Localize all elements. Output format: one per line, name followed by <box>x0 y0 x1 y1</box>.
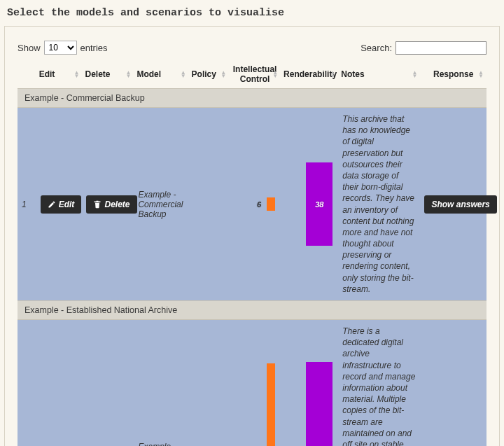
cell-response: Show answers <box>420 108 486 301</box>
delete-label: Delete <box>104 200 130 209</box>
table-row: 2EditDeleteExample - Established Nationa… <box>18 320 486 447</box>
cell-notes: There is a dedicated digital archive inf… <box>338 320 420 447</box>
cell-intellectual-control: 6 <box>229 108 281 301</box>
cell-model: Example - Commercial Backup <box>134 108 188 301</box>
intellectual-control-bar <box>267 197 275 211</box>
col-response[interactable]: Response▲▼ <box>420 60 486 89</box>
col-rend-label: Renderability <box>284 69 337 79</box>
col-policy-label: Policy <box>192 69 216 79</box>
cell-response: Show answers <box>420 320 486 447</box>
group-title: Example - Commercial Backup <box>18 89 486 108</box>
row-index: 2 <box>18 320 36 447</box>
delete-button[interactable]: Delete <box>86 195 136 214</box>
table-row: 1EditDeleteExample - Commercial Backup63… <box>18 108 486 301</box>
cell-model: Example - Established National Archive <box>134 320 188 447</box>
col-model-label: Model <box>136 69 161 79</box>
header-row: Edit▲▼ Delete▲▼ Model▲▼ Policy▲▼ Intelle… <box>18 60 486 89</box>
renderability-bar: 61 <box>306 362 332 446</box>
results-table: Edit▲▼ Delete▲▼ Model▲▼ Policy▲▼ Intelle… <box>18 60 486 446</box>
sort-icon: ▲▼ <box>478 71 484 78</box>
group-header: Example - Established National Archive <box>18 301 486 320</box>
intellectual-control-bar <box>267 363 275 446</box>
col-notes-label: Notes <box>341 69 364 79</box>
sort-icon: ▲▼ <box>181 71 186 78</box>
edit-button[interactable]: Edit <box>41 195 82 214</box>
search-label: Search: <box>360 43 392 53</box>
cell-edit: Edit <box>36 320 83 447</box>
cell-intellectual-control: 60 <box>229 320 281 447</box>
cell-policy <box>189 108 230 301</box>
intellectual-control-value: 6 <box>257 200 261 209</box>
col-response-label: Response <box>433 69 473 79</box>
entries-label: entries <box>80 43 108 53</box>
cell-delete: Delete <box>82 108 134 301</box>
sort-icon: ▲▼ <box>126 71 132 78</box>
col-edit-label: Edit <box>39 69 55 79</box>
col-index <box>18 60 36 89</box>
cell-edit: Edit <box>36 108 83 301</box>
sort-icon: ▲▼ <box>412 71 417 78</box>
page-size-control: Show 102550100 entries <box>18 41 108 55</box>
col-delete[interactable]: Delete▲▼ <box>82 60 134 89</box>
page-title: Select the models and scenarios to visua… <box>4 3 500 26</box>
results-panel: Show 102550100 entries Search: Edit▲▼ De… <box>4 26 500 446</box>
renderability-bar: 38 <box>306 162 332 246</box>
sort-icon: ▲▼ <box>220 71 226 78</box>
cell-notes: This archive that has no knowledge of di… <box>338 108 420 301</box>
renderability-value: 38 <box>315 200 323 209</box>
col-ic-label: Intellectual Control <box>233 64 277 84</box>
cell-renderability: 38 <box>281 108 338 301</box>
edit-label: Edit <box>59 200 75 209</box>
col-edit[interactable]: Edit▲▼ <box>36 60 83 89</box>
sort-icon: ▲▼ <box>74 71 80 78</box>
col-model[interactable]: Model▲▼ <box>134 60 188 89</box>
group-title: Example - Established National Archive <box>18 301 486 320</box>
col-renderability[interactable]: Renderability▲▼ <box>281 60 338 89</box>
col-intellectual-control[interactable]: Intellectual Control▲▼ <box>229 60 281 89</box>
cell-delete: Delete <box>82 320 134 447</box>
col-notes[interactable]: Notes▲▼ <box>338 60 420 89</box>
row-index: 1 <box>18 108 36 301</box>
cell-renderability: 61 <box>281 320 338 447</box>
page-size-select[interactable]: 102550100 <box>44 41 77 55</box>
show-label: Show <box>18 43 41 53</box>
search-control: Search: <box>360 41 486 55</box>
col-delete-label: Delete <box>85 69 110 79</box>
show-answers-button[interactable]: Show answers <box>424 195 496 214</box>
table-toolbar: Show 102550100 entries Search: <box>5 27 499 60</box>
col-policy[interactable]: Policy▲▼ <box>189 60 230 89</box>
search-input[interactable] <box>396 41 486 55</box>
group-header: Example - Commercial Backup <box>18 89 486 108</box>
cell-policy <box>189 320 230 447</box>
